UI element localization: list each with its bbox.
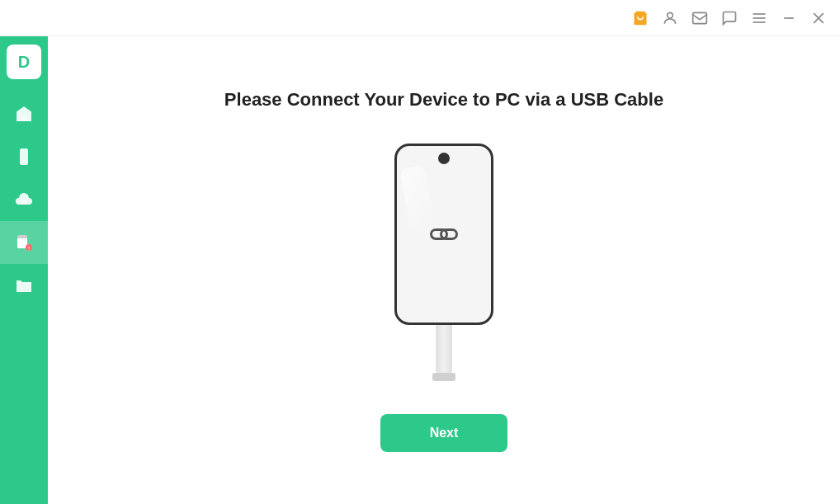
phone-screen-highlight — [399, 165, 435, 234]
svg-rect-13 — [17, 235, 27, 238]
usb-cable — [436, 323, 452, 373]
sidebar-item-home[interactable] — [0, 92, 48, 135]
usb-connector — [432, 373, 455, 381]
svg-text:!: ! — [28, 245, 30, 252]
phone-vol-btn2 — [394, 208, 396, 226]
mail-icon[interactable] — [688, 7, 711, 30]
chain-link — [430, 228, 458, 240]
svg-rect-9 — [21, 115, 26, 121]
phone-power-btn — [492, 191, 493, 216]
phone-body — [394, 144, 493, 325]
sidebar-item-device[interactable] — [0, 135, 48, 178]
sidebar-item-repair[interactable]: ! — [0, 221, 48, 264]
main-layout: D ! Please Connect Your Device to PC via… — [0, 36, 840, 504]
sidebar: D ! — [0, 36, 48, 504]
minimize-button[interactable] — [777, 7, 800, 30]
titlebar — [0, 0, 840, 36]
phone-illustration — [394, 144, 493, 381]
phone-notch — [438, 153, 450, 164]
chat-icon[interactable] — [718, 7, 741, 30]
svg-point-11 — [23, 161, 25, 163]
next-button[interactable]: Next — [380, 414, 508, 452]
app-logo[interactable]: D — [7, 45, 41, 79]
page-title: Please Connect Your Device to PC via a U… — [224, 89, 663, 111]
phone-vol-btn1 — [394, 183, 396, 201]
chain-right — [440, 228, 458, 240]
link-icon — [430, 228, 458, 240]
user-icon[interactable] — [658, 7, 682, 30]
close-button[interactable] — [807, 7, 830, 30]
titlebar-icons — [629, 7, 830, 30]
svg-rect-2 — [693, 12, 707, 23]
content-area: Please Connect Your Device to PC via a U… — [48, 36, 840, 504]
menu-icon[interactable] — [748, 7, 771, 30]
shop-icon[interactable] — [629, 7, 652, 30]
sidebar-item-files[interactable] — [0, 264, 48, 307]
sidebar-item-backup[interactable] — [0, 178, 48, 221]
svg-point-1 — [668, 12, 673, 18]
